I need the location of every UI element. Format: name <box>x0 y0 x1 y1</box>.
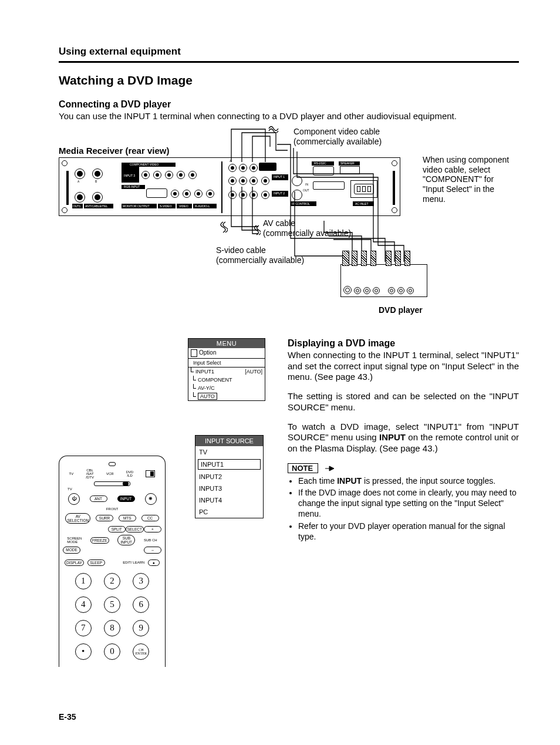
connecting-heading: Connecting a DVD player <box>59 99 519 110</box>
mode-button[interactable]: MODE <box>63 547 80 553</box>
num-dot[interactable]: • <box>75 643 92 660</box>
note-label: NOTE <box>288 463 318 473</box>
remote-control: TV CBL /SAT /DTV VCR DVD /LD TV ⏻ ANT IN… <box>59 456 166 667</box>
surr-button[interactable]: SURR <box>96 515 113 521</box>
menu-row-auto: AUTO <box>188 392 265 400</box>
num-8[interactable]: 8 <box>104 620 120 636</box>
text: [AUTO] <box>245 369 262 375</box>
ch-enter-button[interactable]: CH ENTER <box>133 643 149 660</box>
num-1[interactable]: 1 <box>75 573 92 589</box>
sub-input-button[interactable]: SUB INPUT <box>117 535 135 545</box>
text: Option <box>199 349 216 356</box>
section-header: Using external equipment <box>59 46 519 58</box>
num-2[interactable]: 2 <box>104 573 120 589</box>
power-button[interactable]: ⏻ <box>68 493 80 505</box>
label: SCREEN MODE <box>67 537 82 544</box>
text: Input Select <box>193 360 221 366</box>
num-0[interactable]: 0 <box>104 643 120 660</box>
text: AUTO <box>198 393 217 400</box>
label: EDIT/ LEARN <box>123 561 144 564</box>
display-button[interactable]: DISPLAY <box>65 559 84 566</box>
label: SUB CH <box>144 538 157 542</box>
light-button[interactable]: ✺ <box>145 493 157 505</box>
note-block: NOTE Each time INPUT is pressed, the inp… <box>288 463 519 542</box>
text: INPUT1 <box>195 369 214 375</box>
divider <box>59 61 519 63</box>
menu-row-component: COMPONENT <box>188 376 265 384</box>
menu-title: MENU <box>188 339 265 348</box>
input-source-title: INPUT SOURCE <box>195 436 263 446</box>
menu-row-input-select: Input Select <box>188 358 265 367</box>
input-source-item: INPUT4 <box>195 494 263 506</box>
text: INPUT <box>379 432 406 442</box>
menu-row-avyc: AV-Y/C <box>188 384 265 392</box>
cc-button[interactable]: CC <box>141 515 159 521</box>
text: INPUT <box>337 476 362 486</box>
connecting-body: You can use the INPUT 1 terminal when co… <box>59 111 519 122</box>
num-3[interactable]: 3 <box>133 573 149 589</box>
learn-button[interactable]: ● <box>148 559 160 566</box>
split-button[interactable]: SPLIT <box>108 526 126 532</box>
note-arrow-icon <box>325 466 335 471</box>
note-bullet: If the DVD image does not come in clearl… <box>298 487 519 520</box>
displaying-p1: When connecting to the INPUT 1 terminal,… <box>288 350 519 383</box>
dvd-player-panel <box>340 264 427 297</box>
label: CBL /SAT /DTV <box>86 468 94 479</box>
label: TV <box>69 472 74 476</box>
label: FRONT <box>59 507 165 511</box>
connection-diagram: Media Receiver (rear view) Component vid… <box>59 133 519 321</box>
label: DVD /LD <box>126 470 134 477</box>
select-button[interactable]: SELECT <box>126 526 144 532</box>
text: Each time <box>298 476 337 486</box>
input-source-osd: INPUT SOURCE TV INPUT1 INPUT2 INPUT3 INP… <box>195 435 264 518</box>
displaying-p3: To watch a DVD image, select "INPUT1" fr… <box>288 422 519 454</box>
av-selection-button[interactable]: AV SELECTION <box>65 513 90 524</box>
num-9[interactable]: 9 <box>133 620 149 636</box>
input-source-item: INPUT3 <box>195 483 263 494</box>
page-title: Watching a DVD Image <box>59 73 519 87</box>
displaying-heading: Displaying a DVD image <box>288 338 519 349</box>
ant-button[interactable]: ANT <box>90 495 107 502</box>
minus-button[interactable]: – <box>144 547 161 553</box>
mts-button[interactable]: MTS <box>119 515 136 521</box>
sleep-button[interactable]: SLEEP <box>87 559 105 566</box>
menu-row-option: Option <box>188 348 265 358</box>
input-source-item: PC <box>195 506 263 518</box>
num-6[interactable]: 6 <box>133 596 149 613</box>
input-source-item: TV <box>195 446 263 458</box>
label: VCR <box>106 472 114 476</box>
text: is pressed, the input source toggles. <box>362 476 495 486</box>
freeze-button[interactable]: FREEZE <box>90 537 109 544</box>
input-source-item-selected: INPUT1 <box>198 459 261 470</box>
menu-osd: MENU Option Input Select INPUT1[AUTO] CO… <box>188 338 265 401</box>
dvd-player-label: DVD player <box>379 305 423 315</box>
num-7[interactable]: 7 <box>75 620 92 636</box>
text: COMPONENT <box>198 377 232 383</box>
num-4[interactable]: 4 <box>75 596 92 613</box>
page-number: E-35 <box>59 712 76 722</box>
displaying-p2: The setting is stored and can be selecte… <box>288 391 519 413</box>
num-5[interactable]: 5 <box>104 596 120 613</box>
label: TV <box>68 487 165 491</box>
note-bullet: Refer to your DVD player operation manua… <box>298 521 519 542</box>
note-bullet: Each time INPUT is pressed, the input so… <box>298 476 519 486</box>
input-source-item: INPUT2 <box>195 471 263 483</box>
plus-button[interactable]: + <box>144 526 161 532</box>
menu-row-input1: INPUT1[AUTO] <box>188 367 265 376</box>
text: AV-Y/C <box>198 385 215 391</box>
input-button[interactable]: INPUT <box>117 495 135 502</box>
